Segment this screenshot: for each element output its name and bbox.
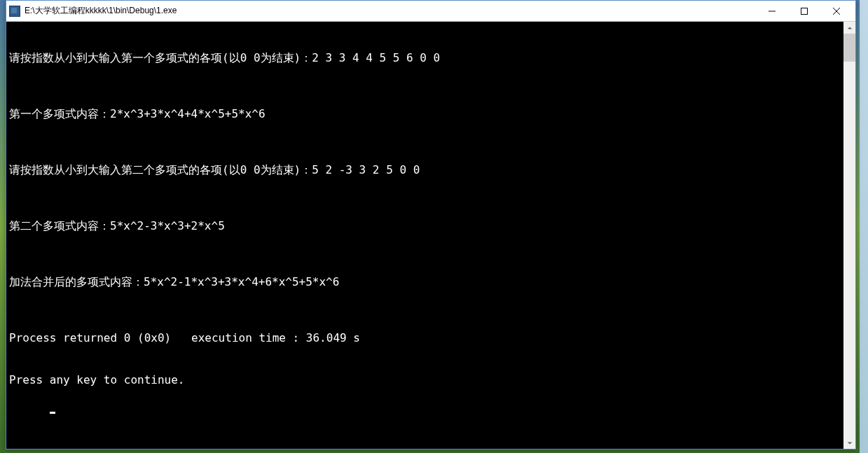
- svg-rect-1: [801, 8, 808, 15]
- window-title: E:\大学软工编程kkkkk\1\bin\Debug\1.exe: [25, 5, 756, 17]
- console-line: Process returned 0 (0x0) execution time …: [9, 331, 841, 345]
- titlebar[interactable]: E:\大学软工编程kkkkk\1\bin\Debug\1.exe: [6, 1, 855, 22]
- close-button[interactable]: [820, 1, 853, 22]
- console-line: 请按指数从小到大输入第一个多项式的各项(以0 0为结束)：2 3 3 4 4 5…: [9, 51, 841, 65]
- console-line: Press any key to continue.: [9, 373, 841, 387]
- console-area: 请按指数从小到大输入第一个多项式的各项(以0 0为结束)：2 3 3 4 4 5…: [6, 22, 855, 449]
- app-icon: [9, 6, 20, 17]
- console-window: E:\大学软工编程kkkkk\1\bin\Debug\1.exe 请按指数从小到…: [6, 0, 856, 449]
- console-line: 请按指数从小到大输入第二个多项式的各项(以0 0为结束)：5 2 -3 3 2 …: [9, 163, 841, 177]
- text-cursor: [50, 412, 55, 414]
- scroll-up-button[interactable]: [843, 22, 855, 34]
- minimize-icon: [769, 8, 776, 15]
- vertical-scrollbar[interactable]: [843, 22, 855, 449]
- chevron-down-icon: [847, 440, 853, 446]
- console-content[interactable]: 请按指数从小到大输入第一个多项式的各项(以0 0为结束)：2 3 3 4 4 5…: [6, 22, 843, 449]
- close-icon: [833, 8, 840, 15]
- chevron-up-icon: [847, 25, 853, 31]
- window-controls: [756, 1, 853, 21]
- maximize-button[interactable]: [788, 1, 820, 22]
- desktop-edge: [860, 0, 868, 453]
- scroll-thumb[interactable]: [843, 34, 855, 62]
- console-line: 第二个多项式内容：5*x^2-3*x^3+2*x^5: [9, 219, 841, 233]
- maximize-icon: [801, 8, 808, 15]
- console-line: 第一个多项式内容：2*x^3+3*x^4+4*x^5+5*x^6: [9, 107, 841, 121]
- scroll-down-button[interactable]: [843, 437, 855, 449]
- console-line: 加法合并后的多项式内容：5*x^2-1*x^3+3*x^4+6*x^5+5*x^…: [9, 275, 841, 289]
- minimize-button[interactable]: [756, 1, 788, 22]
